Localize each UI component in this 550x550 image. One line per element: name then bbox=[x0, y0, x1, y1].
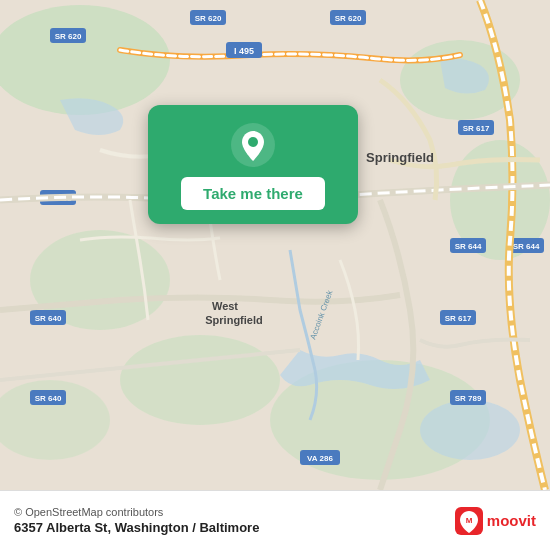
svg-text:SR 789: SR 789 bbox=[455, 394, 482, 403]
svg-text:SR 620: SR 620 bbox=[335, 14, 362, 23]
svg-text:SR 640: SR 640 bbox=[35, 394, 62, 403]
location-card[interactable]: Take me there bbox=[148, 105, 358, 224]
svg-text:SR 644: SR 644 bbox=[455, 242, 482, 251]
svg-text:Springfield: Springfield bbox=[366, 150, 434, 165]
svg-point-5 bbox=[120, 335, 280, 425]
svg-text:SR 620: SR 620 bbox=[55, 32, 82, 41]
svg-text:SR 617: SR 617 bbox=[463, 124, 490, 133]
svg-point-40 bbox=[248, 137, 258, 147]
svg-text:SR 644: SR 644 bbox=[513, 242, 540, 251]
svg-text:M: M bbox=[465, 516, 472, 525]
svg-point-8 bbox=[420, 400, 520, 460]
svg-text:VA 286: VA 286 bbox=[307, 454, 333, 463]
address-text: 6357 Alberta St, Washington / Baltimore bbox=[14, 520, 259, 535]
moovit-label: moovit bbox=[487, 512, 536, 529]
svg-text:Springfield: Springfield bbox=[205, 314, 262, 326]
moovit-logo: M moovit bbox=[455, 507, 536, 535]
svg-text:I 495: I 495 bbox=[234, 46, 254, 56]
svg-text:SR 620: SR 620 bbox=[195, 14, 222, 23]
map-svg: I 495 SR 620 SR 620 SR 620 SR 617 SR 617… bbox=[0, 0, 550, 490]
bottom-bar: © OpenStreetMap contributors 6357 Albert… bbox=[0, 490, 550, 550]
moovit-icon: M bbox=[455, 507, 483, 535]
svg-text:SR 640: SR 640 bbox=[35, 314, 62, 323]
take-me-there-button[interactable]: Take me there bbox=[181, 177, 325, 210]
svg-text:West: West bbox=[212, 300, 238, 312]
pin-icon bbox=[231, 123, 275, 167]
svg-text:SR 617: SR 617 bbox=[445, 314, 472, 323]
copyright-text: © OpenStreetMap contributors bbox=[14, 506, 259, 518]
map-container: I 495 SR 620 SR 620 SR 620 SR 617 SR 617… bbox=[0, 0, 550, 490]
